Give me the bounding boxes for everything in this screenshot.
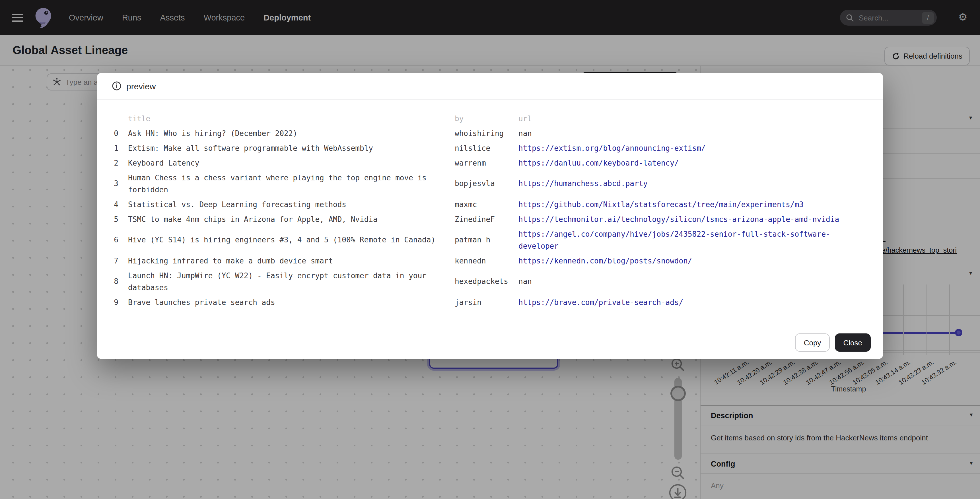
- story-author: hexedpackets: [455, 268, 519, 295]
- table-row: 0Ask HN: Who is hiring? (December 2022)w…: [107, 126, 860, 141]
- story-author: kennedn: [455, 253, 519, 268]
- table-row: 7Hijacking infrared to make a dumb devic…: [107, 253, 860, 268]
- column-header-url: url: [519, 111, 860, 126]
- story-url-missing: nan: [519, 126, 860, 141]
- close-button[interactable]: Close: [835, 334, 871, 352]
- row-index: 3: [107, 170, 118, 197]
- table-row: 9Brave launches private search adsjarsin…: [107, 295, 860, 310]
- modal-title: preview: [126, 81, 156, 91]
- story-url-link[interactable]: https://brave.com/private-search-ads/: [519, 295, 860, 310]
- story-title: TSMC to make 4nm chips in Arizona for Ap…: [118, 212, 455, 226]
- table-row: 5TSMC to make 4nm chips in Arizona for A…: [107, 212, 860, 226]
- row-index: 6: [107, 226, 118, 253]
- story-title: Ask HN: Who is hiring? (December 2022): [118, 126, 455, 141]
- story-url-link[interactable]: https://angel.co/company/hive/jobs/24358…: [519, 226, 860, 253]
- preview-table: title by url 0Ask HN: Who is hiring? (De…: [107, 111, 860, 310]
- story-author: patman_h: [455, 226, 519, 253]
- column-header-title: title: [118, 111, 455, 126]
- story-author: whoishiring: [455, 126, 519, 141]
- story-url-link[interactable]: https://extism.org/blog/announcing-extis…: [519, 141, 860, 155]
- row-index: 4: [107, 197, 118, 212]
- story-author: ZinedineF: [455, 212, 519, 226]
- dagster-app: Overview Runs Assets Workspace Deploymen…: [0, 0, 980, 499]
- table-row: 6Hive (YC S14) is hiring engineers #3, 4…: [107, 226, 860, 253]
- story-author: maxmc: [455, 197, 519, 212]
- story-title: Keyboard Latency: [118, 155, 455, 170]
- column-header-by: by: [455, 111, 519, 126]
- modal-header: preview: [97, 73, 883, 100]
- story-url-link[interactable]: https://kennedn.com/blog/posts/snowdon/: [519, 253, 860, 268]
- story-title: Brave launches private search ads: [118, 295, 455, 310]
- row-index: 7: [107, 253, 118, 268]
- table-row: 8Launch HN: JumpWire (YC W22) - Easily e…: [107, 268, 860, 295]
- row-index: 9: [107, 295, 118, 310]
- row-index: 0: [107, 126, 118, 141]
- story-title: Human Chess is a chess variant where pla…: [118, 170, 455, 197]
- story-author: bopjesvla: [455, 170, 519, 197]
- story-title: Hive (YC S14) is hiring engineers #3, 4 …: [118, 226, 455, 253]
- story-title: Launch HN: JumpWire (YC W22) - Easily en…: [118, 268, 455, 295]
- modal-footer: Copy Close: [795, 334, 871, 352]
- table-row: 2Keyboard Latencywarrenmhttps://danluu.c…: [107, 155, 860, 170]
- preview-modal: preview title by url 0Ask HN: Who is hir…: [97, 73, 883, 359]
- story-title: Extism: Make all software programmable w…: [118, 141, 455, 155]
- row-index: 1: [107, 141, 118, 155]
- table-header-row: title by url: [107, 111, 860, 126]
- row-index: 8: [107, 268, 118, 295]
- screenshot-viewport: Overview Runs Assets Workspace Deploymen…: [0, 0, 980, 499]
- info-icon: [112, 81, 121, 91]
- story-title: Hijacking infrared to make a dumb device…: [118, 253, 455, 268]
- story-url-link[interactable]: https://techmonitor.ai/technology/silico…: [519, 212, 860, 226]
- story-url-link[interactable]: https://humanchess.abcd.party: [519, 170, 860, 197]
- table-row: 4Statistical vs. Deep Learning forecasti…: [107, 197, 860, 212]
- story-author: jarsin: [455, 295, 519, 310]
- row-index: 5: [107, 212, 118, 226]
- table-row: 1Extism: Make all software programmable …: [107, 141, 860, 155]
- row-index: 2: [107, 155, 118, 170]
- story-url-link[interactable]: https://danluu.com/keyboard-latency/: [519, 155, 860, 170]
- story-title: Statistical vs. Deep Learning forecastin…: [118, 197, 455, 212]
- story-url-link[interactable]: https://github.com/Nixtla/statsforecast/…: [519, 197, 860, 212]
- table-row: 3Human Chess is a chess variant where pl…: [107, 170, 860, 197]
- story-author: warrenm: [455, 155, 519, 170]
- copy-button[interactable]: Copy: [795, 334, 830, 352]
- story-url-missing: nan: [519, 268, 860, 295]
- story-author: nilslice: [455, 141, 519, 155]
